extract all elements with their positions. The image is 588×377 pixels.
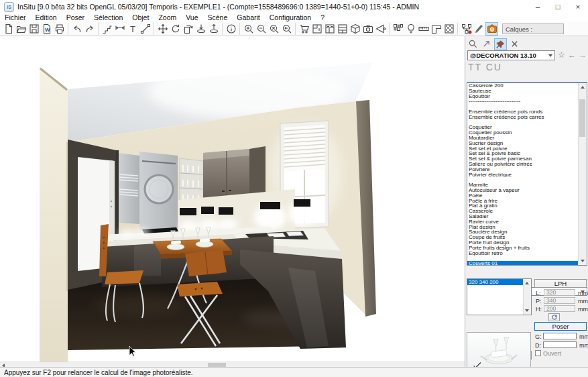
poser-button[interactable]: Poser [534, 322, 587, 331]
catalog-scrollbar[interactable] [578, 83, 587, 265]
menu-item[interactable]: Scène [203, 13, 233, 21]
catalog-list-item[interactable]: Coquetier [467, 125, 579, 130]
perspective-view-icon[interactable] [374, 22, 387, 36]
catalog-list-item[interactable]: Poêle [467, 193, 579, 199]
catalog-list-item[interactable]: Egouttoir [467, 94, 579, 99]
scroll-down-icon[interactable] [525, 309, 529, 312]
favorite-star-icon[interactable]: ☆ [558, 50, 565, 60]
view-3d-icon[interactable] [349, 22, 361, 36]
text-tool-icon[interactable]: T [126, 22, 139, 36]
catalog-list-item[interactable]: Autocuiseur à vapeur [467, 188, 579, 193]
catalog-list-item[interactable]: Casserole 200 [467, 83, 579, 89]
viewport-3d[interactable] [0, 36, 465, 362]
minimize-button[interactable]: – [528, 0, 548, 13]
new-file-icon[interactable] [2, 22, 15, 36]
catalog-list-item[interactable] [467, 104, 579, 109]
scroll-up-icon[interactable] [581, 86, 585, 89]
catalog-list-item[interactable]: Salière ou poivrière cintrée [467, 162, 579, 167]
catalog-list-item[interactable]: Coquetier poussin [467, 130, 579, 136]
rotate-tool-icon[interactable] [169, 22, 182, 36]
variant-listbox[interactable]: 320 340 200 [467, 278, 532, 315]
catalog-list-item[interactable]: Set sel & poivre basic [467, 151, 579, 156]
menu-item[interactable]: Fichier [0, 13, 31, 21]
open-external-icon[interactable] [481, 38, 492, 49]
cart-icon[interactable] [298, 22, 310, 36]
catalog-list-item[interactable]: Plat à gratin [467, 203, 579, 209]
catalog-list-item[interactable]: Saladier [467, 214, 579, 219]
catalog-list-item[interactable]: Saucière design [467, 229, 579, 235]
catalog-list-item[interactable]: Coupe de fruits [467, 235, 579, 240]
menu-item[interactable]: Objet [127, 13, 154, 21]
catalog-list-item[interactable]: Set sel & poivre parmesan [467, 156, 579, 162]
open-file-icon[interactable] [15, 22, 27, 36]
catalog-list-item[interactable]: Poivrière [467, 167, 579, 172]
menu-item[interactable]: Vue [181, 13, 202, 21]
calques-combobox[interactable]: Calques : [502, 23, 564, 34]
catalog-list-item[interactable]: Porte fruit design [467, 240, 579, 246]
catalog-list-item[interactable]: Moutardier [467, 136, 579, 141]
close-panel-icon[interactable] [509, 38, 520, 49]
undo-icon[interactable] [70, 22, 83, 36]
scroll-down-icon[interactable] [581, 260, 585, 262]
zoom-window-icon[interactable] [268, 22, 280, 36]
catalog-list-item[interactable] [467, 120, 579, 125]
search-icon[interactable] [467, 38, 479, 49]
catalog-list-item[interactable]: Poêle à frire [467, 199, 579, 204]
rotate-sheet-icon[interactable] [182, 22, 194, 36]
catalog-list-item[interactable] [467, 256, 579, 261]
catalog-list-item[interactable]: Couverts 01 [467, 261, 579, 265]
measure-ruler-icon[interactable] [417, 22, 430, 36]
elevation-view-icon[interactable] [323, 22, 336, 36]
forward-arrow-icon[interactable]: → [579, 50, 587, 60]
save-icon[interactable] [27, 22, 40, 36]
zoom-previous-icon[interactable] [280, 22, 293, 36]
info-icon[interactable] [225, 22, 237, 36]
length-field[interactable]: 320 [544, 289, 575, 296]
height-field[interactable]: 200 [544, 305, 575, 312]
catalog-list-item[interactable]: Sucrier design [467, 141, 579, 146]
lay-flat-down-icon[interactable] [194, 22, 207, 36]
catalog-list-item[interactable]: Plat design [467, 225, 579, 230]
export-doc-icon[interactable]: W [40, 22, 53, 36]
catalog-list-item[interactable]: Set sel et poivre [467, 146, 579, 152]
close-button[interactable]: × [568, 0, 588, 13]
redo-icon[interactable] [83, 22, 96, 36]
dimension-tool-icon[interactable] [113, 22, 126, 36]
menu-item[interactable]: Edition [31, 13, 62, 21]
catalog-list-item[interactable]: Marmite [467, 182, 579, 188]
lay-flat-up-icon[interactable] [207, 22, 220, 36]
stairs-tool-icon[interactable] [101, 22, 113, 36]
variant-list-item[interactable]: 320 340 200 [467, 279, 531, 285]
ouvert-checkbox[interactable] [535, 350, 541, 356]
catalog-combobox[interactable]: @DECORATION 13.10 [467, 50, 555, 60]
variant-scrollbar[interactable] [523, 279, 531, 315]
lph-button[interactable]: LPH [534, 279, 587, 288]
zoom-out-icon[interactable] [255, 22, 268, 36]
catalog-list-item[interactable]: Ensemble crédence pots ronds [467, 109, 579, 115]
project-tree-icon[interactable] [460, 22, 473, 36]
menu-item[interactable]: Gabarit [232, 13, 264, 21]
scroll-up-icon[interactable] [525, 282, 529, 284]
texture-fill-icon[interactable] [443, 22, 455, 36]
menu-item[interactable]: Sélection [89, 13, 127, 21]
catalog-list-item[interactable]: Ensemble crédence pots carrés [467, 115, 579, 120]
catalog-list-item[interactable]: Casserole [467, 209, 579, 214]
back-arrow-icon[interactable]: ← [568, 50, 576, 60]
catalog-list-item[interactable]: Porte fruits design + fruits [467, 246, 579, 251]
g-field[interactable] [543, 333, 577, 339]
snapshot-camera-icon[interactable] [361, 22, 374, 36]
catalog-list-item[interactable]: Sauteuse [467, 89, 579, 94]
plan-view-icon[interactable] [310, 22, 323, 36]
move-tool-icon[interactable] [156, 22, 169, 36]
catalog-list-item[interactable]: Ravier curve [467, 219, 579, 225]
catalog-list-item[interactable]: ----------------------------- [467, 99, 579, 104]
object-preview[interactable] [467, 332, 531, 372]
menu-item[interactable]: ? [316, 13, 329, 21]
menu-item[interactable]: Zoom [154, 13, 181, 21]
menu-item[interactable]: Poser [62, 13, 89, 21]
scrollbar-thumb[interactable] [579, 99, 585, 137]
print-icon[interactable] [53, 22, 66, 36]
catalog-list-item[interactable]: Egouttoir rétro [467, 251, 579, 256]
line-tool-icon[interactable] [139, 22, 152, 36]
pin-panel-icon[interactable] [494, 38, 507, 50]
